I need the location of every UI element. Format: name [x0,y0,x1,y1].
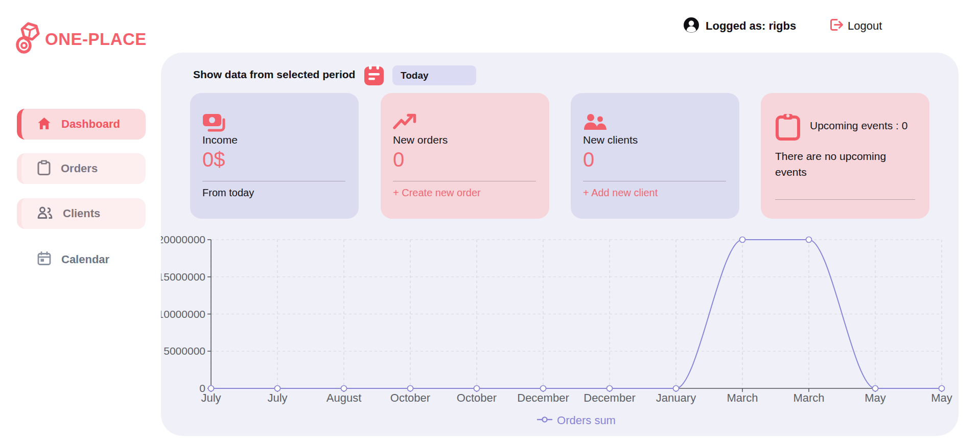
period-select[interactable]: Today [392,65,476,85]
income-card: Income 0$ From today [190,93,359,219]
people-icon [583,113,608,133]
logout-button[interactable]: Logout [829,18,882,34]
create-new-order-link[interactable]: + Create new order [393,187,481,199]
sidebar-item-dashboard[interactable]: Dashboard [17,109,146,140]
sidebar-item-label: Dashboard [61,118,120,131]
sidebar-item-label: Orders [61,162,98,175]
svg-text:March: March [727,391,758,404]
sidebar-item-orders[interactable]: Orders [17,153,146,184]
dashboard-page: ONE-PLACE Logged as: rigbs Logout Dash [0,0,980,440]
card-divider [583,181,726,181]
legend-line-icon [537,416,552,425]
svg-text:May: May [865,391,886,404]
svg-text:December: December [517,391,569,404]
card-value: 0 [393,148,404,171]
svg-text:July: July [201,391,221,404]
filter-label: Show data from selected period [193,68,355,81]
sidebar-item-label: Calendar [61,253,109,266]
card-divider [202,181,345,181]
card-value: 0 [583,148,594,171]
logout-icon [829,18,844,34]
svg-text:20000000: 20000000 [161,234,205,245]
card-value: 0$ [202,148,225,171]
add-new-client-link[interactable]: + Add new client [583,187,658,199]
people-icon [37,206,53,221]
app-logo[interactable]: ONE-PLACE [13,18,151,55]
card-divider [775,199,915,200]
svg-text:May: May [931,391,952,404]
chart-legend[interactable]: Orders sum [211,414,942,427]
orders-chart: 05000000100000001500000020000000JulyJuly… [161,233,959,411]
svg-text:5000000: 5000000 [164,345,205,357]
card-divider [393,181,536,181]
card-body: There are no upcoming events [775,148,908,180]
card-title: New clients [583,134,638,146]
logout-label: Logout [848,19,882,33]
sidebar-item-calendar[interactable]: Calendar [17,244,146,275]
calendar-icon [37,251,51,268]
trending-up-icon [393,113,416,132]
card-title: New orders [393,134,448,146]
new-clients-card: New clients 0 + Add new client [571,93,739,219]
card-footer: From today [202,187,254,199]
svg-text:October: October [390,391,430,404]
account-circle-icon [683,17,699,35]
svg-text:July: July [267,391,287,404]
svg-text:15000000: 15000000 [161,271,205,283]
home-icon [37,117,51,132]
svg-text:October: October [457,391,497,404]
logged-in-user: Logged as: rigbs [683,17,796,35]
svg-text:March: March [793,391,824,404]
svg-text:10000000: 10000000 [161,308,205,320]
svg-text:August: August [326,391,362,404]
legend-label: Orders sum [557,414,616,427]
svg-text:January: January [656,391,696,404]
sidebar-item-clients[interactable]: Clients [17,198,146,229]
svg-text:December: December [584,391,635,404]
new-orders-card: New orders 0 + Create new order [381,93,549,219]
upcoming-events-card: Upcoming events : 0 There are no upcomin… [761,93,929,219]
period-value: Today [401,70,429,81]
brand-chain-icon [13,19,43,57]
card-title: Upcoming events : 0 [810,120,907,132]
brand-name: ONE-PLACE [45,30,147,49]
logged-as-text: Logged as: rigbs [706,19,796,33]
card-title: Income [202,134,238,146]
sidebar-item-label: Clients [63,207,100,220]
clipboard-icon [37,160,51,177]
calendar-filter-button[interactable] [364,64,384,86]
clipboard-icon [775,112,801,143]
